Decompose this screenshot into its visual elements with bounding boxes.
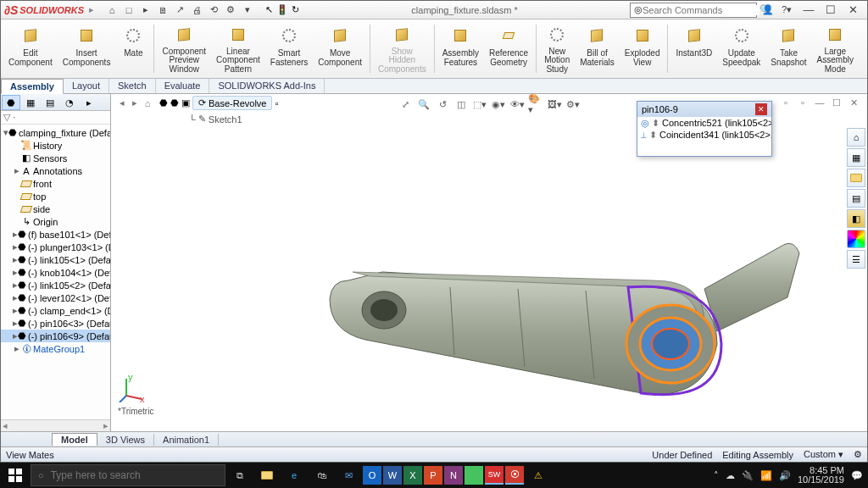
ribbon-show[interactable]: Show Hidden Components bbox=[374, 21, 431, 76]
fm-tab-property-icon[interactable]: ▦ bbox=[21, 95, 40, 110]
tree-item[interactable]: ▸ ⬣ (-) knob104<1> (Default< bbox=[1, 266, 110, 279]
tree-item[interactable]: front bbox=[1, 177, 110, 190]
feature-filter[interactable]: ▽ · bbox=[1, 111, 110, 125]
expand-icon[interactable]: ▸ bbox=[13, 165, 21, 176]
doc-max-icon[interactable]: ☐ bbox=[830, 96, 843, 109]
view-settings-icon[interactable]: ⚙▾ bbox=[565, 97, 581, 112]
taskbar-search[interactable]: ○ bbox=[31, 464, 225, 486]
task-view-palette-icon[interactable]: ◧ bbox=[847, 209, 865, 228]
qat-more-icon[interactable]: ▾ bbox=[240, 3, 255, 18]
taskbar-clock[interactable]: 8:45 PM 10/15/2019 bbox=[798, 466, 844, 485]
ribbon-take[interactable]: Take Snapshot bbox=[766, 21, 810, 76]
fm-tab-display-icon[interactable]: ◔ bbox=[60, 95, 79, 110]
ribbon-tab-evaluate[interactable]: Evaluate bbox=[156, 79, 210, 93]
ribbon-instant3d[interactable]: Instant3D bbox=[671, 21, 716, 76]
qat-open-icon[interactable]: ▸ bbox=[138, 3, 153, 18]
tree-item[interactable]: side bbox=[1, 202, 110, 215]
task-view-icon[interactable]: ⧉ bbox=[227, 463, 253, 488]
bc-child-chip[interactable]: └ ✎ Sketch1 bbox=[184, 113, 248, 125]
ribbon-bill-of[interactable]: Bill of Materials bbox=[576, 21, 619, 76]
graphics-viewport[interactable]: ◂ ▸ ⌂ ⬣ ⬣ ▣ ⟳ Base-Revolve ▫ └ ✎ Sketch1 bbox=[111, 94, 867, 431]
apply-scene-icon[interactable]: 🖼▾ bbox=[547, 97, 562, 112]
task-library-icon[interactable] bbox=[847, 169, 865, 187]
tree-item[interactable]: ▸ ⬣ (-) pin106<3> (Default< bbox=[1, 317, 110, 330]
task-appearances-icon[interactable] bbox=[847, 230, 865, 248]
scene-icon[interactable]: 🎨▾ bbox=[528, 97, 543, 112]
tree-item[interactable]: ◧ Sensors bbox=[1, 152, 110, 164]
qat-save-icon[interactable]: 🗎 bbox=[155, 3, 170, 18]
tree-item[interactable]: ▸ ⬣ (-) pin106<9> (Default< bbox=[1, 330, 110, 342]
tray-volume-icon[interactable]: 🔊 bbox=[779, 470, 791, 481]
taskbar-mail-icon[interactable]: ✉ bbox=[336, 463, 361, 488]
taskbar-app-icon[interactable] bbox=[465, 466, 483, 485]
tree-item[interactable]: ▸ ⬣ (-) clamp_end<1> (Default bbox=[1, 304, 110, 317]
rebuild-icon[interactable]: ↻ bbox=[292, 4, 299, 15]
tray-notifications-icon[interactable]: 💬 bbox=[851, 470, 863, 481]
tray-up-icon[interactable]: ˄ bbox=[714, 470, 719, 481]
tree-item[interactable]: 📜 History bbox=[1, 139, 110, 152]
section-view-icon[interactable]: ◫ bbox=[453, 97, 469, 112]
fm-tab-more-icon[interactable]: ▸ bbox=[80, 95, 98, 110]
taskbar-explorer-icon[interactable] bbox=[254, 463, 280, 488]
tree-item[interactable]: ▸ ⬣ (f) base101<1> (Default<< bbox=[1, 228, 110, 241]
ribbon-reference[interactable]: Reference Geometry bbox=[485, 21, 532, 76]
bottom-tab-model[interactable]: Model bbox=[52, 433, 97, 446]
bc-back-icon[interactable]: ◂ bbox=[116, 97, 128, 109]
tree-item[interactable]: ↳ Origin bbox=[1, 215, 110, 228]
qat-home-icon[interactable]: ⌂ bbox=[104, 3, 120, 18]
doc-window2-icon[interactable]: ▫ bbox=[796, 96, 810, 109]
search-commands-input[interactable] bbox=[643, 5, 760, 15]
ribbon-move[interactable]: Move Component bbox=[314, 21, 366, 76]
bottom-tab-3d-views[interactable]: 3D Views bbox=[97, 434, 154, 446]
taskbar-outlook-icon[interactable]: O bbox=[363, 466, 381, 485]
taskbar-word-icon[interactable]: W bbox=[383, 466, 402, 485]
traffic-light-icon[interactable]: 🚦 bbox=[276, 4, 288, 15]
taskbar-onenote-icon[interactable]: N bbox=[444, 466, 463, 485]
zoom-fit-icon[interactable]: ⤢ bbox=[398, 97, 413, 112]
zoom-area-icon[interactable]: 🔍 bbox=[416, 97, 431, 112]
ribbon-tab-layout[interactable]: Layout bbox=[64, 79, 109, 93]
fm-tab-config-icon[interactable]: ▤ bbox=[41, 95, 59, 110]
taskbar-warn-icon[interactable]: ⚠ bbox=[526, 463, 551, 488]
doc-window1-icon[interactable]: ▫ bbox=[779, 96, 793, 109]
task-explorer-icon[interactable]: ▤ bbox=[847, 189, 865, 208]
qat-saveall-icon[interactable]: ↗ bbox=[172, 3, 187, 18]
ribbon-smart[interactable]: Smart Fasteners bbox=[266, 21, 312, 76]
task-properties-icon[interactable]: ☰ bbox=[847, 250, 865, 269]
close-button[interactable]: ✕ bbox=[842, 2, 864, 19]
tree-item[interactable]: ▸ 🛈 MateGroup1 bbox=[1, 342, 110, 355]
bc-feature-chip[interactable]: ⟳ Base-Revolve bbox=[192, 96, 272, 110]
ribbon-linear[interactable]: Linear Component Pattern bbox=[212, 21, 264, 76]
ribbon-large[interactable]: Large Assembly Mode bbox=[813, 21, 858, 76]
taskbar-rec-icon[interactable]: ⦿ bbox=[505, 466, 524, 485]
panel-scrollbar[interactable]: ◂▸ bbox=[1, 419, 110, 431]
search-commands[interactable]: ◎ 🔍 bbox=[630, 3, 757, 18]
cursor-tool-icon[interactable]: ↖ bbox=[265, 4, 273, 15]
taskbar-excel-icon[interactable]: X bbox=[403, 466, 422, 485]
mates-popup-close-icon[interactable]: ✕ bbox=[755, 103, 767, 115]
user-icon[interactable]: 👤 bbox=[760, 3, 776, 18]
bc-body-icon[interactable]: ▣ bbox=[181, 97, 190, 108]
view-orient-icon[interactable]: ⬚▾ bbox=[472, 97, 487, 112]
mate-row[interactable]: ◎ ⬍ Concentric521 (link105<2>,pin106<9 bbox=[637, 117, 771, 129]
status-gear-icon[interactable]: ⚙ bbox=[854, 449, 862, 460]
ribbon-tab-sketch[interactable]: Sketch bbox=[109, 79, 156, 93]
qat-new-icon[interactable]: □ bbox=[121, 3, 136, 18]
bc-end-icon[interactable]: ▫ bbox=[275, 98, 278, 108]
bc-part-icon[interactable]: ⬣ bbox=[159, 97, 168, 108]
tree-item[interactable]: ▸ A Annotations bbox=[1, 164, 110, 177]
ribbon-exploded[interactable]: Exploded View bbox=[620, 21, 665, 76]
start-button[interactable] bbox=[2, 463, 29, 488]
ribbon-component[interactable]: Component Preview Window bbox=[158, 21, 210, 76]
maximize-button[interactable]: ☐ bbox=[820, 2, 842, 19]
tray-wifi-icon[interactable]: 📶 bbox=[760, 470, 772, 481]
ribbon-insert[interactable]: Insert Components bbox=[58, 21, 115, 76]
qat-options-icon[interactable]: ⚙ bbox=[223, 3, 238, 18]
tree-item[interactable]: ▸ ⬣ (-) link105<1> (Default<< bbox=[1, 253, 110, 266]
task-resources-icon[interactable]: ▦ bbox=[847, 148, 865, 167]
doc-min-icon[interactable]: — bbox=[813, 96, 826, 109]
tree-item[interactable]: ▸ ⬣ (-) plunger103<1> (Defaul bbox=[1, 241, 110, 253]
doc-close-icon[interactable]: ✕ bbox=[847, 96, 860, 109]
taskbar-edge-icon[interactable]: e bbox=[281, 463, 307, 488]
help-icon[interactable]: ?▾ bbox=[779, 3, 794, 18]
